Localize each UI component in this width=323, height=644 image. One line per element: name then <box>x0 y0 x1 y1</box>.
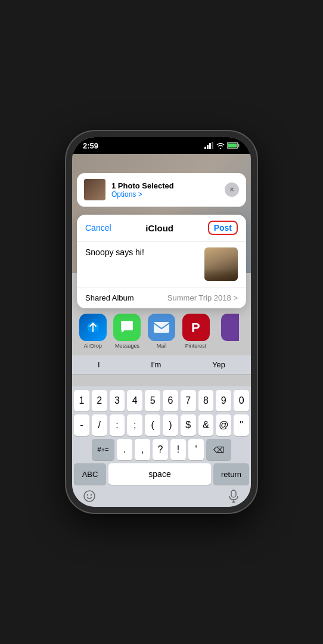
battery-icon <box>227 142 240 149</box>
cancel-button[interactable]: Cancel <box>85 223 111 233</box>
keyboard: 1 2 3 4 5 6 7 8 9 0 - / : ; ( <box>72 386 251 507</box>
wifi-icon <box>216 142 225 149</box>
key-3[interactable]: 3 <box>110 390 125 411</box>
svg-point-13 <box>91 494 92 496</box>
pinterest-label: Pinterest <box>185 343 207 349</box>
phone-screen: 2:59 <box>72 137 251 507</box>
app-item-partial[interactable] <box>214 314 246 349</box>
key-7[interactable]: 7 <box>181 390 196 411</box>
key-8[interactable]: 8 <box>198 390 214 411</box>
key-slash[interactable]: / <box>92 414 107 436</box>
svg-rect-1 <box>207 145 209 149</box>
svg-point-12 <box>87 494 88 496</box>
key-row-numbers: 1 2 3 4 5 6 7 8 9 0 <box>74 390 249 411</box>
emoji-button[interactable] <box>79 485 100 507</box>
key-4[interactable]: 4 <box>127 390 142 411</box>
airdrop-label: AirDrop <box>84 343 103 349</box>
key-at[interactable]: @ <box>216 414 231 436</box>
dialog-title: iCloud <box>145 223 173 233</box>
key-return[interactable]: return <box>213 463 249 485</box>
messages-label: Messages <box>115 343 139 349</box>
key-abc[interactable]: ABC <box>74 463 106 485</box>
key-dash[interactable]: - <box>74 414 89 436</box>
key-2[interactable]: 2 <box>92 390 107 411</box>
svg-rect-14 <box>231 490 236 497</box>
pinterest-icon: P <box>182 314 210 341</box>
app-item-messages[interactable]: Messages <box>111 314 144 349</box>
key-colon[interactable]: : <box>110 414 125 436</box>
key-period[interactable]: . <box>117 439 132 460</box>
key-row-third: #+= . , ? ! ' ⌫ <box>74 439 249 460</box>
suggest-yep[interactable]: Yep <box>203 360 235 369</box>
share-close-button[interactable]: × <box>225 182 239 197</box>
app-item-mail[interactable]: Mail <box>145 314 178 349</box>
status-time: 2:59 <box>83 141 98 150</box>
svg-rect-5 <box>238 144 240 147</box>
share-thumbnail <box>84 179 105 200</box>
post-button[interactable]: Post <box>208 221 238 235</box>
dialog-photo-thumbnail <box>204 247 238 281</box>
app-item-airdrop[interactable]: AirDrop <box>77 314 109 349</box>
key-dollar[interactable]: $ <box>181 414 196 436</box>
key-6[interactable]: 6 <box>163 390 178 411</box>
share-info: 1 Photo Selected Options > <box>111 181 219 199</box>
key-delete[interactable]: ⌫ <box>206 439 231 460</box>
app-item-pinterest[interactable]: P Pinterest <box>180 314 212 349</box>
quick-suggestions: I I'm Yep <box>72 355 251 374</box>
album-label: Shared Album <box>85 293 134 302</box>
key-space[interactable]: space <box>108 463 211 485</box>
key-close-paren[interactable]: ) <box>163 414 178 436</box>
dialog-message-text: Snoopy says hi! <box>85 247 198 257</box>
key-apostrophe[interactable]: ' <box>188 439 204 460</box>
key-semicolon[interactable]: ; <box>127 414 142 436</box>
svg-rect-9 <box>154 322 169 333</box>
airdrop-icon <box>79 314 107 341</box>
share-apps-row: AirDrop Messages <box>72 308 251 355</box>
suggest-i[interactable]: I <box>88 360 110 369</box>
mail-icon <box>148 314 175 341</box>
key-row-symbols: - / : ; ( ) $ & @ " <box>74 414 249 436</box>
key-open-paren[interactable]: ( <box>145 414 160 436</box>
album-value: Summer Trip 2018 > <box>167 293 238 302</box>
dialog-body: Snoopy says hi! <box>77 242 246 287</box>
dialog-header: Cancel iCloud Post <box>77 215 246 242</box>
phone-frame: 2:59 <box>66 131 257 513</box>
key-question[interactable]: ? <box>153 439 168 460</box>
svg-rect-0 <box>204 147 206 149</box>
key-1[interactable]: 1 <box>74 390 89 411</box>
key-hashtag-modifier[interactable]: #+= <box>92 439 114 460</box>
key-exclaim[interactable]: ! <box>170 439 186 460</box>
dialog-footer[interactable]: Shared Album Summer Trip 2018 > <box>77 287 246 308</box>
signal-icon <box>204 142 214 149</box>
svg-rect-2 <box>209 143 211 149</box>
messages-icon <box>113 314 141 341</box>
key-ampersand[interactable]: & <box>198 414 214 436</box>
svg-text:P: P <box>191 320 200 335</box>
share-sheet-header: 1 Photo Selected Options > × <box>77 173 246 207</box>
svg-rect-3 <box>212 142 213 149</box>
mail-label: Mail <box>157 343 167 349</box>
emoji-mic-row <box>74 488 249 504</box>
key-row-bottom: ABC space return <box>74 463 249 485</box>
key-comma[interactable]: , <box>135 439 150 460</box>
screen-content: 2:59 <box>72 137 251 507</box>
key-0[interactable]: 0 <box>234 390 249 411</box>
svg-point-11 <box>84 491 95 501</box>
share-options-link[interactable]: Options > <box>111 190 219 199</box>
svg-rect-6 <box>228 144 237 148</box>
microphone-button[interactable] <box>223 485 244 507</box>
suggest-im[interactable]: I'm <box>141 360 170 369</box>
partial-app-icon <box>221 314 239 341</box>
key-quote[interactable]: " <box>234 414 249 436</box>
share-title: 1 Photo Selected <box>111 181 219 190</box>
key-9[interactable]: 9 <box>216 390 231 411</box>
notch <box>132 137 191 150</box>
key-5[interactable]: 5 <box>145 390 160 411</box>
status-icons <box>204 142 240 149</box>
icloud-dialog: Cancel iCloud Post Snoopy says hi! Share… <box>77 215 246 308</box>
